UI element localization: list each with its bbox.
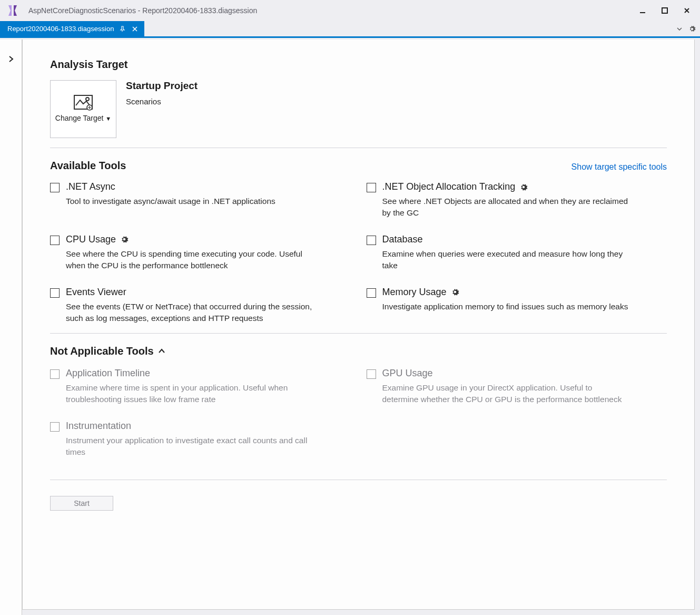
available-tools-grid: .NET AsyncTool to investigate async/awai… [50, 181, 667, 325]
window-close-button[interactable] [676, 2, 698, 19]
content-area: Analysis Target Change Target ▼ [22, 40, 695, 610]
tool-item: .NET AsyncTool to investigate async/awai… [50, 181, 351, 219]
tool-body: GPU UsageExamine GPU usage in your Direc… [382, 368, 667, 406]
tool-title-text: GPU Usage [382, 368, 433, 379]
svg-rect-1 [662, 8, 667, 13]
left-gutter [0, 40, 22, 615]
divider [50, 148, 667, 148]
tab-pin-icon[interactable] [118, 25, 126, 33]
tool-description: See where the CPU is spending time execu… [66, 248, 313, 272]
not-applicable-header[interactable]: Not Applicable Tools [50, 345, 667, 357]
tool-title-text: .NET Async [66, 181, 115, 192]
gutter-expand-icon[interactable] [8, 55, 14, 63]
analysis-target-heading: Analysis Target [50, 58, 667, 71]
target-info: Startup Project Scenarios [126, 80, 198, 106]
tool-title-text: Database [382, 234, 423, 245]
tool-description: Examine where time is spent in your appl… [66, 382, 313, 406]
tool-description: See where .NET Objects are allocated and… [382, 196, 630, 219]
svg-rect-0 [640, 12, 645, 13]
tool-checkbox[interactable] [367, 236, 376, 245]
tool-item: GPU UsageExamine GPU usage in your Direc… [367, 368, 667, 406]
tab-strip: Report20200406-1833.diagsession [0, 21, 700, 38]
show-target-specific-link[interactable]: Show target specific tools [571, 162, 667, 172]
tool-title-text: Events Viewer [66, 287, 126, 298]
tool-checkbox[interactable] [50, 183, 60, 192]
tab-spacer [144, 21, 675, 36]
window-minimize-button[interactable] [632, 2, 654, 19]
tool-checkbox[interactable] [50, 236, 60, 245]
tool-item: InstrumentationInstrument your applicati… [50, 421, 351, 458]
tool-checkbox[interactable] [367, 288, 376, 298]
tool-description: Examine when queries were executed and m… [382, 248, 630, 272]
app-logo-icon [6, 4, 19, 17]
target-heading: Startup Project [126, 80, 198, 92]
tool-item: .NET Object Allocation TrackingSee where… [367, 181, 667, 219]
change-target-label: Change Target ▼ [55, 114, 111, 123]
tool-title-text: CPU Usage [66, 234, 116, 245]
tool-item: Events ViewerSee the events (ETW or NetT… [50, 287, 351, 325]
tool-item: DatabaseExamine when queries were execut… [367, 234, 667, 272]
tool-title: .NET Async [66, 181, 351, 192]
tool-checkbox [50, 369, 60, 379]
start-button-row: Start [50, 496, 667, 511]
tool-body: .NET Object Allocation TrackingSee where… [382, 181, 667, 219]
tool-checkbox[interactable] [50, 288, 60, 298]
tool-body: Events ViewerSee the events (ETW or NetT… [66, 287, 351, 325]
tool-body: DatabaseExamine when queries were execut… [382, 234, 667, 272]
na-tools-grid: Application TimelineExamine where time i… [50, 368, 667, 458]
tabstrip-right-controls [675, 21, 700, 36]
change-target-icon [74, 95, 93, 111]
window-maximize-button[interactable] [654, 2, 676, 19]
tool-body: CPU UsageSee where the CPU is spending t… [66, 234, 351, 272]
divider [50, 480, 667, 480]
tool-title: Memory Usage [382, 287, 667, 298]
tab-label: Report20200406-1833.diagsession [7, 25, 114, 33]
tool-checkbox [367, 369, 376, 379]
gear-icon[interactable] [519, 183, 528, 191]
window-title: AspNetCoreDiagnosticScenarios - Report20… [28, 6, 632, 15]
tool-description: Investigate application memory to find i… [382, 301, 630, 313]
tool-body: Memory UsageInvestigate application memo… [382, 287, 667, 313]
tool-title-text: .NET Object Allocation Tracking [382, 181, 516, 192]
tool-description: Tool to investigate async/await usage in… [66, 196, 313, 207]
tool-title: Database [382, 234, 667, 245]
tool-title: .NET Object Allocation Tracking [382, 181, 667, 192]
tool-title: Application Timeline [66, 368, 351, 379]
title-bar: AspNetCoreDiagnosticScenarios - Report20… [0, 0, 700, 21]
tool-item: Application TimelineExamine where time i… [50, 368, 351, 406]
tab-close-icon[interactable] [131, 25, 139, 33]
tool-body: InstrumentationInstrument your applicati… [66, 421, 351, 458]
tool-body: Application TimelineExamine where time i… [66, 368, 351, 406]
tool-description: See the events (ETW or NetTrace) that oc… [66, 301, 313, 325]
tool-description: Examine GPU usage in your DirectX applic… [382, 382, 630, 406]
divider [50, 333, 667, 334]
tool-checkbox [50, 422, 60, 432]
tool-title-text: Application Timeline [66, 368, 150, 379]
editor-area: Analysis Target Change Target ▼ [0, 40, 700, 615]
tool-title-text: Instrumentation [66, 421, 131, 432]
chevron-up-icon [158, 348, 165, 354]
analysis-target-row: Change Target ▼ Startup Project Scenario… [50, 80, 667, 138]
tab-active[interactable]: Report20200406-1833.diagsession [0, 21, 144, 36]
tool-title-text: Memory Usage [382, 287, 447, 298]
tool-title: Events Viewer [66, 287, 351, 298]
tool-description: Instrument your application to investiga… [66, 435, 313, 458]
tab-dropdown-icon[interactable] [675, 24, 684, 34]
start-button[interactable]: Start [50, 496, 113, 511]
gear-icon[interactable] [120, 235, 129, 243]
gear-icon[interactable] [451, 288, 459, 296]
tool-title: GPU Usage [382, 368, 667, 379]
svg-point-3 [86, 97, 89, 101]
tool-title: Instrumentation [66, 421, 351, 432]
tabstrip-gear-icon[interactable] [687, 24, 697, 34]
target-subheading: Scenarios [126, 97, 198, 106]
available-tools-header: Available Tools Show target specific too… [50, 160, 667, 172]
available-tools-heading: Available Tools [50, 160, 126, 172]
not-applicable-heading: Not Applicable Tools [50, 345, 154, 357]
tool-title: CPU Usage [66, 234, 351, 245]
tool-body: .NET AsyncTool to investigate async/awai… [66, 181, 351, 207]
tool-item: Memory UsageInvestigate application memo… [367, 287, 667, 325]
tool-checkbox[interactable] [367, 183, 376, 192]
tool-item: CPU UsageSee where the CPU is spending t… [50, 234, 351, 272]
change-target-button[interactable]: Change Target ▼ [50, 80, 116, 138]
